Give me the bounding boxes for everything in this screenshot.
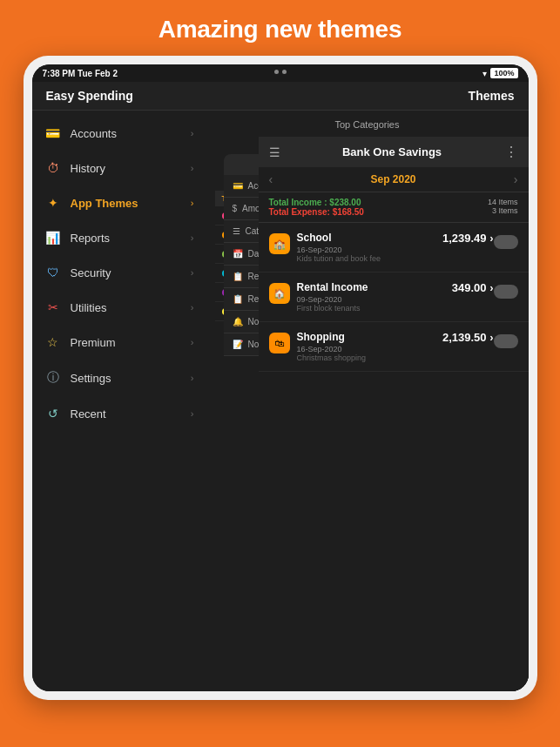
main-content: 💳 Accounts › ⏱ History › ✦: [32, 111, 529, 691]
transaction-school[interactable]: 🏫 School 16-Sep-2020 Kids tution and boo…: [259, 223, 529, 273]
sidebar-item-utilities-left: ✂ Utilities: [44, 300, 107, 314]
sidebar-item-reports-left: 📊 Reports: [44, 231, 111, 245]
school-details: School 16-Sep-2020 Kids tution and book …: [297, 232, 442, 263]
battery-label: 100%: [490, 68, 517, 78]
panel-stack: Top Categories: [206, 111, 529, 691]
panel-bank: ☰ Bank One Savings ⋮ ‹ Sep 2020 ›: [259, 137, 529, 691]
shopping-details: Shopping 16-Sep-2020 Christmas shopping: [297, 331, 442, 362]
settings-chevron: ›: [191, 373, 194, 383]
school-icon: 🏫: [269, 233, 290, 254]
recent-chevron: ›: [191, 408, 194, 419]
total-expense: Total Expense: $168.50: [269, 207, 364, 217]
shopping-toggle[interactable]: [494, 334, 518, 348]
sidebar-item-recent-left: ↺ Recent: [44, 407, 106, 421]
bank-title: Bank One Savings: [342, 145, 442, 158]
items-count: 14 Items: [488, 198, 518, 206]
rental-details: Rental Income 09-Sep-2020 First block te…: [297, 281, 452, 313]
bank-summary: Total Income : $238.00 Total Expense: $1…: [259, 192, 529, 223]
history-chevron: ›: [191, 163, 194, 173]
sidebar-label-recent: Recent: [71, 407, 106, 421]
app-title-right: Themes: [469, 89, 515, 103]
total-income: Total Income : $238.00: [269, 198, 364, 207]
rental-toggle[interactable]: [494, 285, 518, 299]
tablet-inner: 7:38 PM Tue Feb 2 ▾ 100% Easy Spending T…: [32, 64, 529, 691]
sidebar-item-security-left: 🛡 Security: [44, 266, 111, 279]
security-chevron: ›: [191, 267, 194, 278]
sidebar: 💳 Accounts › ⏱ History › ✦: [32, 111, 206, 691]
notes-icon: 📝: [233, 340, 243, 349]
app-header: Easy Spending Themes: [32, 82, 529, 111]
status-time: 7:38 PM Tue Feb 2: [43, 69, 118, 78]
sidebar-label-settings: Settings: [71, 372, 111, 385]
bank-month-nav: ‹ Sep 2020 ›: [259, 167, 529, 192]
sidebar-item-themes-left: ✦ App Themes: [44, 196, 138, 210]
camera-dot-2: [282, 70, 287, 74]
notif-icon: 🔔: [233, 317, 243, 326]
sidebar-item-accounts[interactable]: 💳 Accounts ›: [32, 116, 206, 151]
sidebar-item-recent[interactable]: ↺ Recent ›: [32, 396, 206, 431]
themes-chevron: ›: [191, 198, 194, 208]
bank-menu-icon[interactable]: ☰: [269, 145, 280, 159]
rental-desc: First block tenants: [297, 304, 452, 313]
sidebar-label-themes: App Themes: [71, 197, 138, 210]
school-amount-container: 1,239.49 ›: [442, 232, 494, 245]
banner-title: Amazing new themes: [0, 16, 560, 44]
sidebar-item-settings[interactable]: ⓘ Settings ›: [32, 360, 206, 396]
app-title-left: Easy Spending: [46, 89, 133, 103]
account-icon: 💳: [233, 181, 243, 191]
sidebar-item-utilities[interactable]: ✂ Utilities ›: [32, 290, 206, 325]
sidebar-item-premium[interactable]: ☆ Premium ›: [32, 325, 206, 360]
bank-header: ☰ Bank One Savings ⋮: [259, 137, 529, 167]
sidebar-item-settings-left: ⓘ Settings: [44, 370, 111, 386]
month-title: Sep 2020: [370, 173, 415, 185]
sidebar-item-security[interactable]: 🛡 Security ›: [32, 255, 206, 290]
sidebar-label-reports: Reports: [71, 232, 111, 245]
history-icon: ⏱: [44, 161, 62, 175]
premium-chevron: ›: [191, 337, 194, 347]
rental-amount-container: 349.00 ›: [452, 281, 494, 294]
amount-icon: $: [233, 204, 238, 213]
category-icon: ☰: [233, 226, 240, 236]
security-icon: 🛡: [44, 266, 62, 279]
summary-counts: 14 Items 3 Items: [488, 198, 518, 217]
accounts-icon: 💳: [44, 126, 62, 140]
date-icon: 📅: [233, 249, 243, 259]
shopping-amount: 2,139.50 ›: [442, 331, 494, 344]
tablet-frame: 7:38 PM Tue Feb 2 ▾ 100% Easy Spending T…: [24, 56, 537, 700]
summary-left: Total Income : $238.00 Total Expense: $1…: [269, 198, 364, 217]
accounts-chevron: ›: [191, 128, 194, 138]
sidebar-item-premium-left: ☆ Premium: [44, 335, 116, 349]
sidebar-label-utilities: Utilities: [71, 301, 107, 314]
shopping-name: Shopping: [297, 331, 442, 343]
next-month-button[interactable]: ›: [514, 172, 518, 186]
status-right: ▾ 100%: [482, 68, 517, 78]
rental-amount: 349.00 ›: [452, 281, 494, 294]
shopping-date: 16-Sep-2020: [297, 345, 442, 353]
sidebar-item-history[interactable]: ⏱ History ›: [32, 151, 206, 185]
transaction-rental[interactable]: 🏠 Rental Income 09-Sep-2020 First block …: [259, 273, 529, 322]
premium-icon: ☆: [44, 335, 62, 349]
school-name: School: [297, 232, 442, 244]
shopping-desc: Christmas shopping: [297, 353, 442, 362]
prev-month-button[interactable]: ‹: [269, 172, 273, 186]
sidebar-item-reports[interactable]: 📊 Reports ›: [32, 220, 206, 255]
recent-icon: ↺: [44, 407, 62, 421]
school-toggle[interactable]: [494, 235, 518, 249]
camera-dots: [274, 70, 287, 74]
rental-name: Rental Income: [297, 281, 452, 293]
settings-icon: ⓘ: [44, 370, 62, 386]
transaction-shopping[interactable]: 🛍 Shopping 16-Sep-2020 Christmas shoppin…: [259, 322, 529, 372]
sidebar-label-history: History: [71, 162, 105, 175]
recurring1-icon: 📋: [233, 272, 243, 281]
recurring2-icon: 📋: [233, 294, 243, 304]
sidebar-item-history-left: ⏱ History: [44, 161, 105, 175]
themes-icon: ✦: [44, 196, 62, 210]
wifi-icon: ▾: [482, 69, 487, 78]
categories-title: Top Categories: [215, 119, 520, 130]
rental-icon: 🏠: [269, 283, 290, 304]
expense-count: 3 Items: [488, 206, 518, 215]
utilities-chevron: ›: [191, 302, 194, 313]
bank-options-icon[interactable]: ⋮: [504, 144, 518, 160]
sidebar-item-app-themes[interactable]: ✦ App Themes ›: [32, 185, 206, 220]
rental-date: 09-Sep-2020: [297, 295, 452, 304]
